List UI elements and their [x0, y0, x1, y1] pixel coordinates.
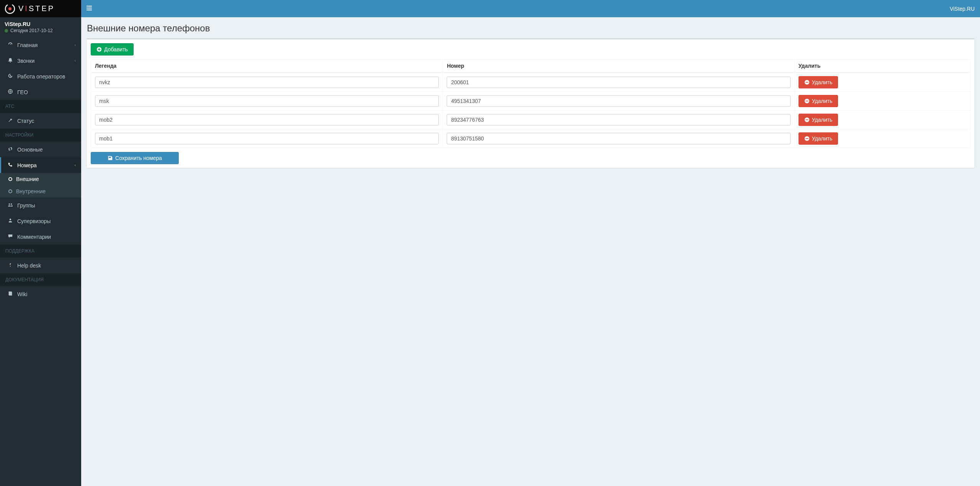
sidebar-subitem-label: Внешние [16, 176, 39, 182]
minus-circle-icon [804, 117, 810, 122]
legend-input[interactable] [95, 133, 439, 144]
sidebar-item[interactable]: Основные [0, 142, 81, 157]
sidebar-item[interactable]: Wiki [0, 286, 81, 302]
svg-point-4 [11, 204, 12, 205]
user-date: Сегодня 2017-10-12 [5, 28, 77, 33]
globe-icon [7, 89, 14, 95]
table-row: Удалить [91, 73, 970, 91]
topbar: ViStep.RU [81, 0, 980, 17]
numbers-table: Легенда Номер Удалить УдалитьУдалитьУдал… [91, 59, 970, 148]
sidebar-item[interactable]: Комментарии [0, 229, 81, 245]
svg-point-1 [8, 7, 11, 10]
sidebar-item[interactable]: Работа операторов [0, 68, 81, 84]
user-panel: ViStep.RU Сегодня 2017-10-12 [0, 17, 81, 37]
minus-circle-icon [804, 80, 810, 85]
plus-circle-icon [96, 47, 102, 52]
delete-button[interactable]: Удалить [799, 114, 838, 126]
nav-section-docs: ДОКУМЕНТАЦИЯ [0, 273, 81, 286]
delete-button-label: Удалить [812, 79, 832, 85]
sidebar-item-label: Комментарии [17, 234, 51, 240]
main: ViStep.RU Внешние номера телефонов Добав… [81, 0, 980, 486]
book-icon [7, 291, 14, 297]
save-icon [108, 155, 113, 161]
sidebar-item[interactable]: Супервизоры [0, 213, 81, 229]
chevron-left-icon: ‹ [75, 59, 76, 63]
table-row: Удалить [91, 129, 970, 148]
col-header-legend: Легенда [91, 60, 443, 73]
sidebar-item[interactable]: Номера‹ [0, 157, 81, 173]
sidebar-item[interactable]: Help desk [0, 258, 81, 273]
svg-point-3 [9, 204, 10, 205]
sidebar-item[interactable]: Главная‹ [0, 37, 81, 53]
sidebar-item-label: Работа операторов [17, 73, 65, 80]
nav-section-support: ПОДДЕРЖКА [0, 245, 81, 258]
topbar-account-link[interactable]: ViStep.RU [950, 6, 975, 12]
delete-button-label: Удалить [812, 135, 832, 142]
legend-input[interactable] [95, 95, 439, 107]
users-icon [7, 202, 14, 209]
comment-icon [7, 233, 14, 240]
chevron-left-icon: ‹ [75, 163, 76, 167]
brand-logo[interactable]: VISTEP [0, 0, 81, 17]
circle-icon [8, 189, 12, 193]
phone-icon [7, 162, 14, 168]
sidebar-subitem[interactable]: Внешние [0, 173, 81, 185]
save-button[interactable]: Сохранить номера [91, 152, 179, 164]
number-input[interactable] [447, 77, 790, 88]
delete-button-label: Удалить [812, 117, 832, 123]
minus-circle-icon [804, 98, 810, 104]
add-button[interactable]: Добавить [91, 43, 134, 55]
logo-icon [4, 3, 16, 15]
legend-input[interactable] [95, 114, 439, 126]
sidebar-item[interactable]: Статус [0, 113, 81, 129]
delete-button-label: Удалить [812, 98, 832, 104]
sidebar-item-label: Супервизоры [17, 218, 51, 224]
svg-rect-8 [805, 82, 808, 83]
sidebar-item-label: Группы [17, 202, 35, 209]
sidebar-item-label: Help desk [17, 263, 41, 269]
sidebar-submenu: ВнешниеВнутренние [0, 173, 81, 197]
sidebar-item-label: Основные [17, 147, 42, 153]
legend-input[interactable] [95, 77, 439, 88]
add-button-label: Добавить [104, 46, 128, 52]
sidebar-subitem-label: Внутренние [16, 188, 46, 194]
svg-rect-14 [805, 138, 808, 139]
number-input[interactable] [447, 133, 790, 144]
delete-button[interactable]: Удалить [799, 76, 838, 88]
dashboard-icon [7, 42, 14, 48]
menu-toggle-icon[interactable] [87, 5, 92, 12]
minus-circle-icon [804, 136, 810, 141]
save-button-label: Сохранить номера [115, 155, 162, 161]
chevron-left-icon: ‹ [75, 43, 76, 47]
table-row: Удалить [91, 91, 970, 110]
sidebar-item-label: Звонки [17, 58, 34, 64]
svg-rect-12 [805, 119, 808, 120]
sidebar-subitem[interactable]: Внутренние [0, 185, 81, 197]
col-header-delete: Удалить [794, 60, 970, 73]
number-input[interactable] [447, 95, 790, 107]
sidebar-item[interactable]: Звонки‹ [0, 53, 81, 68]
table-row: Удалить [91, 110, 970, 129]
nav-section-settings: НАСТРОЙКИ [0, 129, 81, 142]
user-name: ViStep.RU [5, 21, 77, 27]
sidebar-item[interactable]: ГЕО [0, 84, 81, 100]
question-icon [7, 262, 14, 269]
delete-button[interactable]: Удалить [799, 95, 838, 107]
svg-point-5 [10, 219, 11, 220]
svg-rect-10 [805, 101, 808, 101]
sidebar-item-label: Номера [17, 162, 37, 168]
nav-section-atc: АТС [0, 100, 81, 113]
wrench-icon [7, 117, 14, 124]
col-header-number: Номер [443, 60, 794, 73]
sidebar-item-label: Статус [17, 118, 34, 124]
number-input[interactable] [447, 114, 790, 126]
numbers-box: Добавить Легенда Номер Удалить УдалитьУд… [87, 38, 974, 168]
content: Внешние номера телефонов Добавить Легенд… [81, 17, 980, 176]
page-title: Внешние номера телефонов [87, 23, 974, 34]
bell-icon [7, 57, 14, 64]
sidebar-item[interactable]: Группы [0, 197, 81, 213]
status-dot-icon [5, 29, 8, 33]
brand-text: VISTEP [18, 4, 55, 13]
person-icon [7, 218, 14, 224]
delete-button[interactable]: Удалить [799, 132, 838, 145]
